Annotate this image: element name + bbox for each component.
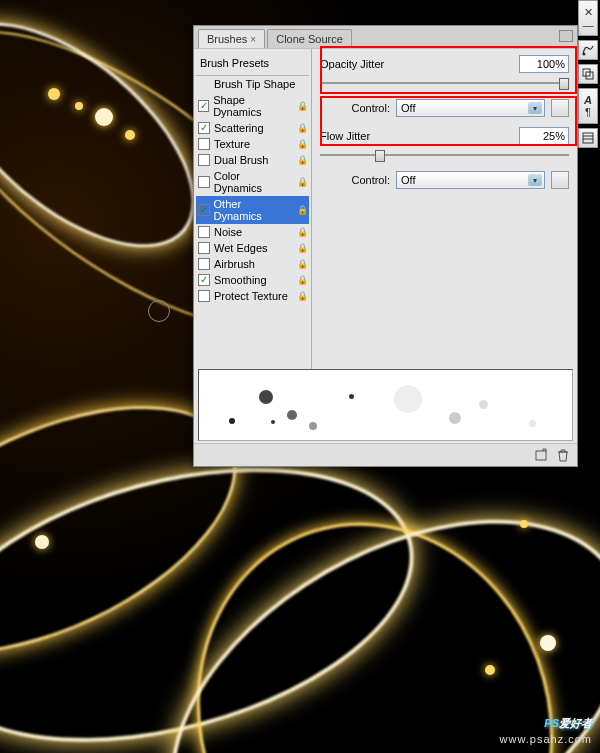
lock-icon: 🔒 [297, 123, 307, 133]
sidebar-item-label: Dual Brush [214, 154, 268, 166]
lock-icon: 🔒 [297, 205, 307, 215]
sidebar-item-dual-brush[interactable]: Dual Brush🔒 [196, 152, 309, 168]
sidebar-item-label: Protect Texture [214, 290, 288, 302]
sidebar-item-label: Texture [214, 138, 250, 150]
sidebar-item-label: Other Dynamics [214, 198, 289, 222]
checkbox[interactable] [198, 122, 210, 134]
checkbox[interactable] [198, 226, 210, 238]
sidebar-item-shape-dynamics[interactable]: Shape Dynamics🔒 [196, 92, 309, 120]
brush-preview [198, 369, 573, 441]
layer-comps-icon[interactable] [578, 128, 598, 148]
sidebar-item-protect-texture[interactable]: Protect Texture🔒 [196, 288, 309, 304]
lock-icon: 🔒 [297, 177, 307, 187]
sidebar-item-label: Scattering [214, 122, 264, 134]
brush-cursor [148, 300, 170, 322]
sidebar-item-wet-edges[interactable]: Wet Edges🔒 [196, 240, 309, 256]
right-toolbar: ✕― A¶ [578, 0, 600, 148]
control-label-1: Control: [320, 102, 390, 114]
sidebar-item-label: Color Dynamics [214, 170, 289, 194]
watermark: PS爱好者 www.psahz.com [500, 707, 592, 745]
panel-footer [194, 443, 577, 466]
sidebar-item-label: Airbrush [214, 258, 255, 270]
checkbox[interactable] [198, 274, 210, 286]
control-label-2: Control: [320, 174, 390, 186]
tab-brushes[interactable]: Brushes× [198, 29, 265, 48]
tab-clone-source[interactable]: Clone Source [267, 29, 352, 48]
tab-clone-source-label: Clone Source [276, 33, 343, 45]
trash-icon[interactable] [555, 447, 571, 463]
checkbox[interactable] [198, 290, 210, 302]
lock-icon: 🔒 [297, 227, 307, 237]
checkbox[interactable] [198, 176, 210, 188]
pen-pressure-icon[interactable] [551, 99, 569, 117]
opacity-control-dropdown[interactable]: Off ▾ [396, 99, 545, 117]
close-icon[interactable]: × [250, 34, 256, 45]
opacity-jitter-slider[interactable] [320, 77, 569, 91]
brushes-panel: Brushes× Clone Source Brush Presets Brus… [193, 25, 578, 467]
lock-icon: 🔒 [297, 139, 307, 149]
flow-jitter-value[interactable] [519, 127, 569, 145]
svg-point-0 [583, 53, 586, 56]
checkbox[interactable] [198, 242, 210, 254]
sidebar-item-label: Wet Edges [214, 242, 268, 254]
other-dynamics-settings: Opacity Jitter Control: Off ▾ Flow Jitte… [312, 49, 577, 369]
svg-rect-3 [583, 133, 593, 143]
lock-icon: 🔒 [297, 259, 307, 269]
character-panel-icon[interactable]: A¶ [578, 88, 598, 124]
svg-rect-6 [536, 451, 546, 460]
panel-tab-bar: Brushes× Clone Source [194, 26, 577, 48]
sidebar-item-scattering[interactable]: Scattering🔒 [196, 120, 309, 136]
chevron-down-icon: ▾ [528, 174, 542, 186]
clone-source-icon[interactable] [578, 64, 598, 84]
new-brush-icon[interactable] [533, 447, 549, 463]
lock-icon: 🔒 [297, 243, 307, 253]
flow-jitter-label: Flow Jitter [320, 130, 513, 142]
brush-settings-sidebar: Brush Presets Brush Tip Shape Shape Dyna… [194, 49, 312, 369]
checkbox[interactable] [198, 258, 210, 270]
sidebar-item-noise[interactable]: Noise🔒 [196, 224, 309, 240]
sidebar-item-color-dynamics[interactable]: Color Dynamics🔒 [196, 168, 309, 196]
lock-icon: 🔒 [297, 101, 307, 111]
sidebar-item-label: Smoothing [214, 274, 267, 286]
lock-icon: 🔒 [297, 291, 307, 301]
opacity-jitter-label: Opacity Jitter [320, 58, 513, 70]
opacity-jitter-value[interactable] [519, 55, 569, 73]
checkbox[interactable] [198, 154, 210, 166]
sidebar-brush-tip-shape[interactable]: Brush Tip Shape [196, 76, 309, 92]
checkbox[interactable] [198, 100, 209, 112]
checkbox[interactable] [198, 138, 210, 150]
pen-pressure-icon[interactable] [551, 171, 569, 189]
lock-icon: 🔒 [297, 275, 307, 285]
brushes-panel-icon[interactable] [578, 40, 598, 60]
tab-brushes-label: Brushes [207, 33, 247, 45]
lock-icon: 🔒 [297, 155, 307, 165]
checkbox[interactable] [198, 204, 210, 216]
panel-menu-icon[interactable] [559, 30, 573, 42]
chevron-down-icon: ▾ [528, 102, 542, 114]
sidebar-item-other-dynamics[interactable]: Other Dynamics🔒 [196, 196, 309, 224]
sidebar-item-airbrush[interactable]: Airbrush🔒 [196, 256, 309, 272]
sidebar-item-smoothing[interactable]: Smoothing🔒 [196, 272, 309, 288]
sidebar-item-label: Noise [214, 226, 242, 238]
sidebar-item-label: Shape Dynamics [213, 94, 289, 118]
flow-control-dropdown[interactable]: Off ▾ [396, 171, 545, 189]
sidebar-brush-presets[interactable]: Brush Presets [198, 55, 307, 71]
tool-options-icon[interactable]: ✕― [578, 0, 598, 36]
flow-jitter-slider[interactable] [320, 149, 569, 163]
sidebar-item-texture[interactable]: Texture🔒 [196, 136, 309, 152]
